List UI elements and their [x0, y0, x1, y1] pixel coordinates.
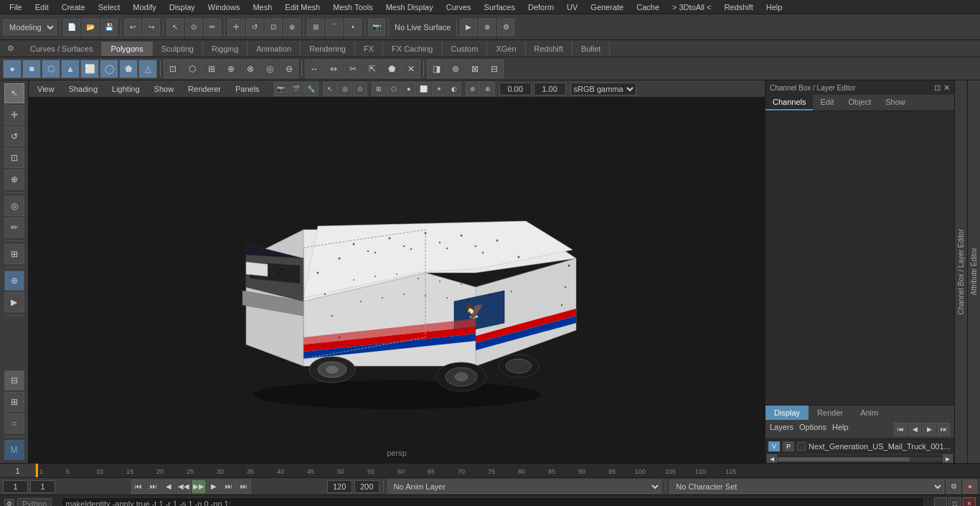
shelf-bevel[interactable]: ⬡ — [183, 60, 202, 78]
shelf-separate[interactable]: ⊗ — [241, 60, 260, 78]
shelf-multi-cut[interactable]: ✂ — [344, 60, 362, 78]
snap-curve-btn[interactable]: ⌒ — [326, 19, 343, 36]
shelf-cylinder[interactable]: ⬡ — [42, 60, 60, 78]
universal-tool-btn[interactable]: ⊕ — [283, 19, 301, 36]
layer-last-btn[interactable]: ⏭ — [937, 423, 950, 436]
menu-surfaces[interactable]: Surfaces — [479, 1, 521, 13]
shelf-smooth[interactable]: ◎ — [260, 60, 279, 78]
vp-grid-btn[interactable]: ⊞ — [372, 82, 386, 96]
redo-btn[interactable]: ↪ — [143, 19, 160, 36]
shelf-bridge[interactable]: ⊞ — [202, 60, 221, 78]
timeline-ruler[interactable]: 1 5 10 15 20 25 30 35 40 45 50 55 60 65 … — [36, 464, 980, 478]
menu-mesh-tools[interactable]: Mesh Tools — [327, 1, 378, 13]
options-menu[interactable]: Options — [799, 423, 826, 436]
render-btn[interactable]: ▶ — [460, 19, 477, 36]
ipr-btn[interactable]: ⊕ — [479, 19, 496, 36]
shelf-boolean[interactable]: ⊖ — [280, 60, 298, 78]
menu-mesh[interactable]: Mesh — [247, 1, 278, 13]
scale-tool-left-btn[interactable]: ⊡ — [4, 148, 24, 168]
vp-rotation-input[interactable] — [499, 83, 532, 95]
3d-viewport[interactable]: 🦅 — [29, 98, 765, 463]
cb-tab-object[interactable]: Object — [841, 95, 878, 111]
viewport-lighting-menu[interactable]: Lighting — [106, 83, 146, 95]
menu-modify[interactable]: Modify — [127, 1, 161, 13]
tab-custom[interactable]: Custom — [443, 42, 488, 56]
vp-cam-attr-btn[interactable]: 🔧 — [304, 82, 319, 96]
shelf-mirror[interactable]: ◨ — [427, 60, 446, 78]
viewport-panels-menu[interactable]: Panels — [230, 83, 265, 95]
cb-tab-edit[interactable]: Edit — [813, 95, 841, 111]
undo-btn[interactable]: ↩ — [124, 19, 141, 36]
shelf-cone[interactable]: ▲ — [61, 60, 80, 78]
shelf-symmetrize[interactable]: ⊛ — [446, 60, 465, 78]
range-end-input[interactable] — [354, 480, 380, 493]
play-back-btn[interactable]: ◀◀ — [176, 479, 191, 494]
rotate-tool-btn[interactable]: ↺ — [246, 19, 263, 36]
save-scene-btn[interactable]: 💾 — [100, 19, 118, 36]
tab-fx[interactable]: FX — [355, 42, 383, 56]
menu-windows[interactable]: Windows — [202, 1, 246, 13]
snap-point-btn[interactable]: • — [344, 19, 362, 36]
snap-settings-btn[interactable]: ⊕ — [4, 271, 24, 291]
window-maximize-btn[interactable]: □ — [948, 497, 961, 507]
vp-lasso-btn[interactable]: ⊙ — [353, 82, 367, 96]
frame-end-input[interactable] — [327, 480, 352, 493]
workspace-dropdown[interactable]: Modeling — [3, 19, 57, 35]
panel-float-btn[interactable]: ⊡ — [934, 83, 941, 93]
menu-curves[interactable]: Curves — [440, 1, 477, 13]
shelf-cube[interactable]: ■ — [22, 60, 41, 78]
play-fwd-btn[interactable]: ▶▶ — [192, 479, 206, 494]
shelf-sphere[interactable]: ● — [3, 60, 22, 78]
vp-sel-mask-btn[interactable]: ↖ — [323, 82, 337, 96]
menu-display[interactable]: Display — [164, 1, 201, 13]
soft-select-btn[interactable]: ◎ — [4, 196, 24, 216]
vp-isolate-btn[interactable]: ⊕ — [481, 82, 495, 96]
open-scene-btn[interactable]: 📂 — [82, 19, 99, 36]
shelf-plane[interactable]: ⬜ — [80, 60, 99, 78]
shelf-torus[interactable]: ◯ — [100, 60, 118, 78]
shelf-insert-loop[interactable]: ⇔ — [324, 60, 343, 78]
channel-box-side-label[interactable]: Channel Box / Layer Editor — [954, 80, 967, 463]
vp-smooth-btn[interactable]: ● — [402, 82, 416, 96]
vp-wireframe-btn[interactable]: ⬡ — [387, 82, 401, 96]
layer-visible-btn[interactable]: V — [768, 441, 780, 451]
move-tool-btn[interactable]: ✛ — [227, 19, 245, 36]
menu-cache[interactable]: Cache — [631, 1, 665, 13]
rotate-tool-left-btn[interactable]: ↺ — [4, 126, 24, 146]
vp-scale-input[interactable] — [534, 83, 566, 95]
menu-select[interactable]: Select — [93, 1, 126, 13]
tab-fx-caching[interactable]: FX Caching — [383, 42, 442, 56]
step-fwd-btn[interactable]: ⏭ — [222, 479, 236, 494]
paint-btn[interactable]: ✏ — [204, 19, 221, 36]
shelf-merge[interactable]: ⇱ — [363, 60, 382, 78]
menu-help[interactable]: Help — [760, 1, 788, 13]
menu-redshift[interactable]: Redshift — [718, 1, 758, 13]
window-minimize-btn[interactable]: _ — [934, 497, 947, 507]
menu-generate[interactable]: Generate — [585, 1, 629, 13]
char-set-settings-btn[interactable]: ⚙ — [946, 479, 961, 494]
vp-film-btn[interactable]: 🎬 — [289, 82, 303, 96]
frame-current-input[interactable] — [30, 480, 55, 493]
frame-start-input[interactable] — [3, 480, 28, 493]
viewport-shading-menu[interactable]: Shading — [63, 83, 103, 95]
go-start-btn[interactable]: ⏮ — [131, 479, 146, 494]
new-scene-btn[interactable]: 📄 — [63, 19, 80, 36]
window-close-btn[interactable]: × — [963, 497, 976, 507]
camera-btn[interactable]: 📷 — [368, 19, 385, 36]
shelf-uv-unfold[interactable]: ⊟ — [485, 60, 504, 78]
layer-tab-display[interactable]: Display — [765, 406, 809, 420]
vp-shadow-btn[interactable]: ◐ — [447, 82, 461, 96]
select-tool-btn[interactable]: ↖ — [4, 83, 24, 103]
tab-animation[interactable]: Animation — [248, 42, 301, 56]
layer-tab-anim[interactable]: Anim — [852, 406, 887, 420]
tab-bullet[interactable]: Bullet — [573, 42, 611, 56]
vp-lighting-btn[interactable]: ☀ — [432, 82, 446, 96]
vp-xray-btn[interactable]: ⊛ — [466, 82, 480, 96]
next-frame-btn[interactable]: ▶ — [207, 479, 221, 494]
scroll-left-btn[interactable]: ◀ — [767, 454, 777, 464]
paint-select-btn[interactable]: ✏ — [4, 217, 24, 238]
menu-deform[interactable]: Deform — [522, 1, 560, 13]
layer-scrollbar[interactable]: ◀ ▶ — [765, 454, 954, 463]
command-line[interactable]: makeIdentity -apply true -t 1 -r 1 -s 1 … — [62, 497, 924, 507]
scroll-right-btn[interactable]: ▶ — [943, 454, 953, 464]
